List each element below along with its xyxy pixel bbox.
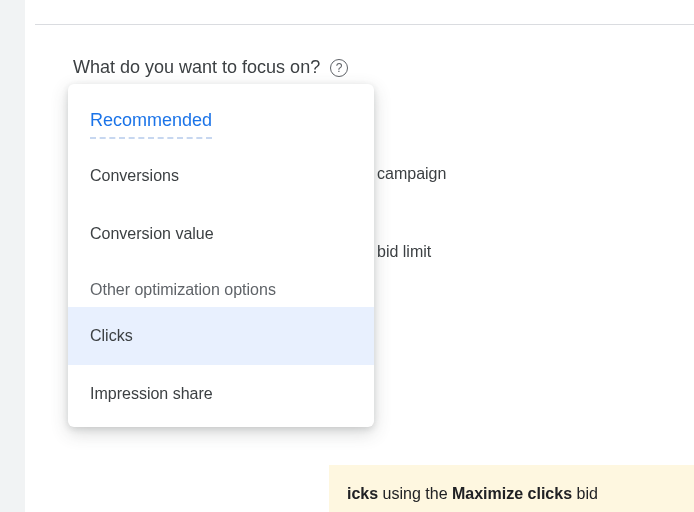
recommended-label: Recommended [90,110,212,139]
background-text-bidlimit: bid limit [377,243,431,261]
top-panel-border [35,0,694,25]
info-fragment-strategy: Maximize clicks [452,485,572,502]
question-row: What do you want to focus on? ? [73,57,348,78]
dropdown-item-impression-share[interactable]: Impression share [68,365,374,423]
help-icon[interactable]: ? [330,59,348,77]
dropdown-header-other: Other optimization options [68,263,374,307]
question-text: What do you want to focus on? [73,57,320,78]
dropdown-item-conversion-value[interactable]: Conversion value [68,205,374,263]
info-strip: icks using the Maximize clicks bid [329,465,694,512]
left-rail [0,0,25,512]
dropdown-header-recommended: Recommended [68,94,374,147]
background-text-campaign: campaign [377,165,446,183]
info-fragment-icks: icks [347,485,378,502]
info-fragment-middle: using the [378,485,452,502]
content-area: What do you want to focus on? ? campaign… [35,25,694,512]
help-glyph: ? [336,61,343,75]
dropdown-item-conversions[interactable]: Conversions [68,147,374,205]
info-fragment-suffix: bid [572,485,598,502]
focus-dropdown[interactable]: Recommended ConversionsConversion value … [68,84,374,427]
dropdown-item-clicks[interactable]: Clicks [68,307,374,365]
